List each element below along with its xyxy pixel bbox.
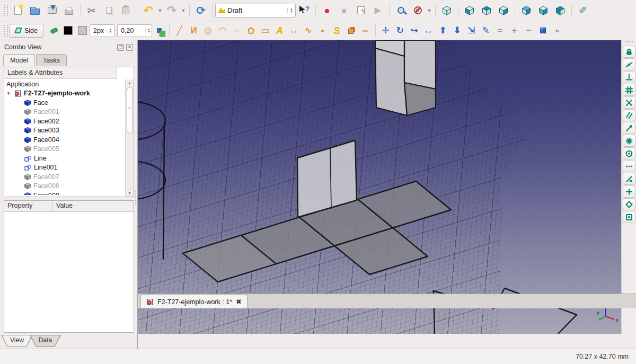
snap-extension-button[interactable]	[623, 198, 635, 210]
snap-grid-button[interactable]	[623, 84, 635, 96]
toolbar-drag-handle[interactable]	[4, 25, 8, 37]
cut-button[interactable]: ✂	[83, 2, 100, 19]
snap-midpoint-button[interactable]	[623, 58, 635, 70]
snap-special-button[interactable]	[623, 160, 635, 172]
draft-ellipse-button[interactable]: ○	[229, 23, 244, 38]
draw-style-button[interactable]	[409, 2, 426, 19]
tab-data[interactable]: Data	[30, 335, 60, 347]
tree-item-partial[interactable]: Face009	[4, 191, 125, 195]
toolbar-drag-handle[interactable]	[4, 5, 8, 16]
document-tab[interactable]: F2-T27-ejemplo-work : 1* ✖	[140, 295, 248, 308]
draft-bezier-button[interactable]: ～	[358, 23, 373, 38]
close-panel-button[interactable]: ✕	[126, 44, 133, 51]
line-width-spinbox[interactable]: 2px ▲▼	[90, 24, 115, 37]
tab-model[interactable]: Model	[3, 54, 35, 66]
cylinder-wireframe[interactable]	[138, 102, 165, 260]
scrollbar-thumb[interactable]	[127, 87, 133, 134]
tree-item[interactable]: Face007	[4, 172, 125, 182]
undo-button[interactable]: ↶	[140, 2, 157, 19]
redo-button[interactable]: ↷	[163, 2, 180, 19]
value-column-header[interactable]: Value	[53, 201, 134, 211]
tall-box-shape[interactable]	[375, 40, 436, 116]
save-button[interactable]	[43, 2, 60, 19]
construction-mode-toggle[interactable]	[47, 23, 61, 38]
draft-wire-to-bspline-button[interactable]: ≈	[493, 23, 507, 38]
refresh-button[interactable]: ⟳	[192, 2, 209, 19]
face-color-swatch[interactable]	[75, 23, 90, 38]
whats-this-button[interactable]	[296, 2, 313, 19]
toolbar-overflow-button[interactable]: »	[551, 23, 563, 38]
draft-line-button[interactable]: ╱	[172, 23, 187, 38]
draft-trimex-button[interactable]: ↔	[421, 23, 436, 38]
snap-lock-button[interactable]	[623, 46, 635, 58]
snap-near-button[interactable]	[623, 173, 635, 185]
tree-scrollbar[interactable]: ▲ ▼	[125, 79, 134, 197]
scale-spinbox[interactable]: 0,20 ▲▼	[117, 24, 152, 37]
draft-rectangle-button[interactable]: ▭	[258, 23, 272, 38]
draft-add-point-button[interactable]: +	[507, 23, 522, 38]
measure-button[interactable]: ✐	[575, 2, 591, 19]
apply-style-button[interactable]	[152, 23, 166, 38]
draft-arc-button[interactable]: ◠	[215, 23, 229, 38]
view-left-button[interactable]	[552, 2, 569, 19]
draft-text-button[interactable]: A	[272, 23, 287, 38]
draft-delete-point-button[interactable]: −	[522, 23, 536, 38]
draft-rotate-button[interactable]: ↻	[393, 23, 407, 38]
fit-all-button[interactable]	[392, 2, 409, 19]
copy-button[interactable]	[100, 2, 117, 19]
line-color-swatch[interactable]	[61, 23, 75, 38]
macro-edit-button[interactable]	[352, 2, 369, 19]
snap-center-button[interactable]	[623, 147, 635, 159]
redo-dropdown[interactable]: ▼	[180, 7, 187, 14]
macro-record-button[interactable]: ●	[319, 2, 335, 19]
draft-bspline-button[interactable]: ∿	[301, 23, 315, 38]
new-document-button[interactable]	[10, 2, 26, 19]
draft-downgrade-button[interactable]: ⬇	[450, 23, 464, 38]
tree-item-document[interactable]: ▼ F2-T27-ejemplo-work	[4, 89, 125, 99]
tree-item[interactable]: Face001	[4, 108, 125, 117]
draft-circle-button[interactable]: ◎	[201, 23, 215, 38]
tree-item[interactable]: Face002	[4, 117, 125, 126]
3d-viewport[interactable]: z x y	[138, 40, 621, 334]
view-right-button[interactable]	[495, 2, 512, 19]
draft-polygon-button[interactable]	[244, 23, 258, 38]
scroll-up-arrow[interactable]: ▲	[126, 79, 134, 86]
draft-scale-button[interactable]: ⇲	[464, 23, 479, 38]
view-top-button[interactable]	[478, 2, 495, 19]
tree-item-application[interactable]: Application	[4, 79, 125, 89]
snap-endpoint-button[interactable]	[623, 122, 635, 134]
draft-edit-button[interactable]: ✎	[479, 23, 493, 38]
view-axonometric-button[interactable]	[438, 2, 455, 19]
draft-upgrade-button[interactable]: ⬆	[436, 23, 450, 38]
draft-facebinder-button[interactable]	[344, 23, 358, 38]
draw-style-dropdown[interactable]: ▼	[426, 7, 432, 14]
tab-tasks[interactable]: Tasks	[36, 54, 67, 66]
tree-item[interactable]: Face008	[4, 182, 125, 191]
undo-dropdown[interactable]: ▼	[157, 7, 163, 14]
view-front-button[interactable]	[461, 2, 478, 19]
macro-stop-button[interactable]: ■	[335, 2, 352, 19]
tree-item[interactable]: Face004	[4, 135, 125, 145]
workbench-selector[interactable]: Draft ▲▼	[215, 4, 296, 17]
draft-shapestring-button[interactable]: S	[330, 23, 344, 38]
working-plane-button[interactable]: Side	[10, 24, 43, 38]
view-bottom-button[interactable]	[535, 2, 552, 19]
snap-angle-button[interactable]	[623, 135, 635, 147]
expander-icon[interactable]: ▼	[6, 91, 12, 96]
tree-item[interactable]: Face	[4, 98, 125, 108]
tree-item[interactable]: Line	[4, 154, 125, 163]
toolbar-drag-handle[interactable]	[625, 41, 633, 44]
print-button[interactable]	[60, 2, 77, 19]
snap-intersection-button[interactable]	[623, 96, 635, 109]
scroll-down-arrow[interactable]: ▼	[126, 190, 134, 197]
open-file-button[interactable]	[26, 2, 43, 19]
draft-dimension-button[interactable]: ↔	[287, 23, 301, 38]
snap-working-plane-button[interactable]	[623, 211, 635, 223]
draft-move-button[interactable]: ✛	[378, 23, 393, 38]
float-panel-button[interactable]: ❐	[117, 44, 124, 51]
tree-item[interactable]: Line001	[4, 163, 125, 173]
snap-ortho-button[interactable]	[623, 185, 635, 198]
draft-shape2dview-button[interactable]	[536, 23, 550, 38]
draft-wire-button[interactable]: И	[187, 23, 201, 38]
property-column-header[interactable]: Property	[4, 201, 53, 211]
